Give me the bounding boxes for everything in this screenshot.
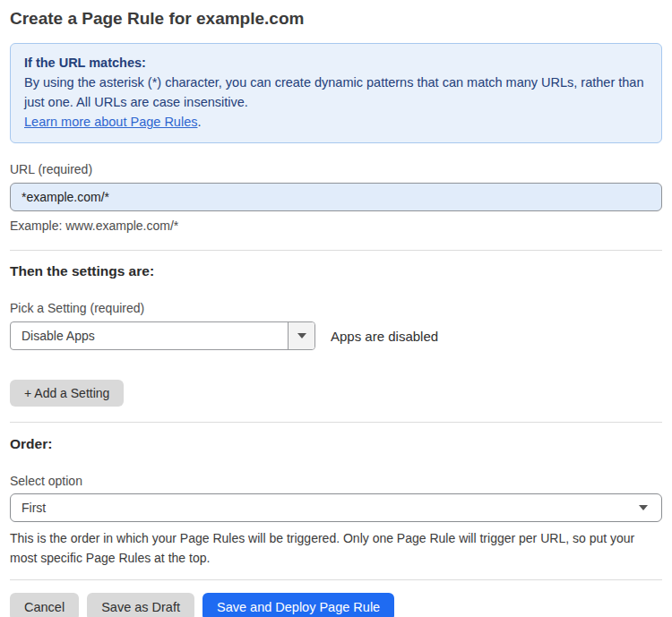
divider	[10, 579, 662, 580]
setting-picker-arrow-button[interactable]	[288, 322, 314, 349]
url-match-info-box: If the URL matches: By using the asteris…	[10, 43, 662, 143]
order-select-label: Select option	[10, 474, 662, 488]
divider	[10, 422, 662, 423]
settings-section-heading: Then the settings are:	[10, 263, 662, 279]
setting-picker-dropdown[interactable]: Disable Apps	[10, 321, 315, 350]
setting-picker-row: Disable Apps Apps are disabled	[10, 321, 662, 350]
order-help-text: This is the order in which your Page Rul…	[10, 528, 662, 568]
info-box-heading: If the URL matches:	[24, 53, 648, 73]
page-title: Create a Page Rule for example.com	[10, 7, 662, 30]
chevron-down-icon	[297, 333, 306, 338]
cancel-button[interactable]: Cancel	[10, 593, 79, 617]
setting-picker-value: Disable Apps	[11, 322, 288, 349]
info-box-body: By using the asterisk (*) character, you…	[24, 73, 648, 112]
footer-actions: Cancel Save as Draft Save and Deploy Pag…	[10, 593, 662, 617]
url-field-label: URL (required)	[10, 162, 662, 176]
order-select-dropdown[interactable]: First	[10, 493, 662, 522]
url-field-example: Example: www.example.com/*	[10, 217, 662, 235]
order-section-heading: Order:	[10, 436, 662, 452]
info-box-link-line: Learn more about Page Rules.	[24, 112, 648, 132]
link-suffix: .	[197, 115, 201, 129]
learn-more-link[interactable]: Learn more about Page Rules	[24, 115, 197, 129]
save-as-draft-button[interactable]: Save as Draft	[87, 593, 194, 617]
save-and-deploy-button[interactable]: Save and Deploy Page Rule	[202, 593, 394, 617]
pick-setting-label: Pick a Setting (required)	[10, 301, 662, 315]
order-select-value: First	[22, 501, 46, 515]
url-input[interactable]	[10, 183, 662, 211]
setting-status-text: Apps are disabled	[331, 329, 438, 344]
divider	[10, 250, 662, 251]
add-setting-button[interactable]: + Add a Setting	[10, 380, 124, 407]
page-rule-form: Create a Page Rule for example.com If th…	[0, 7, 672, 617]
chevron-down-icon	[639, 505, 648, 510]
